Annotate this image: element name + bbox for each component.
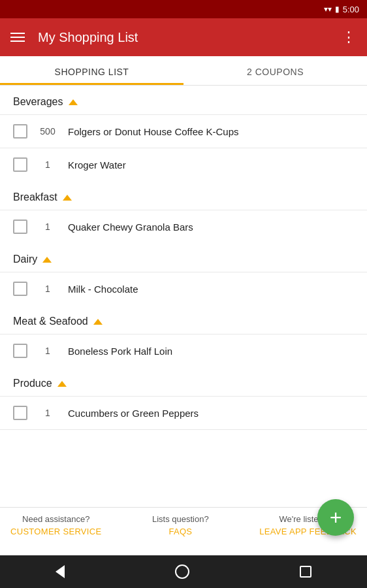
back-button[interactable] (56, 565, 65, 578)
list-item: 1 Quaker Chewy Granola Bars (0, 210, 367, 243)
collapse-breakfast-icon[interactable] (63, 195, 72, 201)
item-checkbox[interactable] (13, 124, 27, 139)
hamburger-menu-button[interactable] (10, 33, 25, 42)
tab-indicator (0, 83, 184, 85)
app-bar: My Shopping List ⋮ (0, 18, 367, 56)
tab-coupons[interactable]: 2 COUPONS (184, 56, 367, 85)
collapse-meat-seafood-icon[interactable] (93, 319, 103, 325)
more-options-button[interactable]: ⋮ (342, 29, 357, 46)
category-dairy: Dairy (0, 243, 367, 272)
recents-square-icon (300, 566, 311, 578)
item-qty: 1 (38, 221, 57, 232)
item-checkbox[interactable] (13, 344, 27, 358)
item-checkbox[interactable] (13, 220, 27, 234)
category-label-beverages: Beverages (13, 96, 63, 108)
list-item: 1 Boneless Pork Half Loin (0, 334, 367, 367)
collapse-dairy-icon[interactable] (42, 257, 52, 263)
collapse-produce-icon[interactable] (57, 381, 67, 387)
category-breakfast: Breakfast (0, 181, 367, 210)
footer-question-2: Lists question? (152, 514, 209, 524)
item-name: Quaker Chewy Granola Bars (68, 221, 354, 233)
footer-question-1: Need assistance? (22, 514, 89, 524)
home-circle-icon (175, 564, 189, 579)
wifi-icon: ▾▾ (324, 5, 332, 14)
item-name: Cucumbers or Green Peppers (68, 408, 354, 419)
list-item: 1 Cucumbers or Green Peppers (0, 396, 367, 430)
item-name: Boneless Pork Half Loin (68, 346, 354, 357)
category-beverages: Beverages (0, 86, 367, 114)
fab-plus-icon: + (330, 507, 342, 528)
list-item: 1 Milk - Chocolate (0, 272, 367, 305)
item-qty: 500 (38, 126, 57, 137)
customer-service-link[interactable]: CUSTOMER SERVICE (10, 527, 101, 536)
item-qty: 1 (38, 408, 57, 418)
footer-customer-service-col: Need assistance? CUSTOMER SERVICE (10, 514, 101, 536)
item-qty: 1 (38, 159, 57, 170)
status-time: 5:00 (343, 5, 359, 14)
app-title: My Shopping List (38, 30, 138, 45)
back-arrow-icon (56, 565, 65, 578)
category-label-meat-seafood: Meat & Seafood (13, 316, 88, 327)
item-name: Folgers or Donut House Coffee K-Cups (68, 126, 354, 137)
category-label-dairy: Dairy (13, 253, 37, 265)
tabs-bar: SHOPPING LIST 2 COUPONS (0, 56, 367, 86)
faqs-link[interactable]: FAQS (168, 527, 192, 536)
bottom-nav (0, 555, 367, 588)
category-label-breakfast: Breakfast (13, 191, 57, 203)
item-checkbox[interactable] (13, 157, 27, 172)
status-icons: ▾▾ ▮ 5:00 (324, 5, 359, 14)
tab-shopping-list[interactable]: SHOPPING LIST (0, 56, 184, 85)
footer-assistance: Need assistance? CUSTOMER SERVICE Lists … (0, 507, 367, 553)
app-bar-left: My Shopping List (10, 30, 138, 45)
battery-icon: ▮ (335, 5, 340, 14)
collapse-beverages-icon[interactable] (69, 99, 78, 105)
home-button[interactable] (175, 564, 189, 579)
category-meat-seafood: Meat & Seafood (0, 305, 367, 334)
recents-button[interactable] (300, 566, 311, 578)
item-qty: 1 (38, 284, 57, 294)
item-qty: 1 (38, 346, 57, 356)
item-checkbox[interactable] (13, 406, 27, 420)
shopping-list: Beverages 500 Folgers or Donut House Cof… (0, 86, 367, 507)
footer-faqs-col: Lists question? FAQS (152, 514, 209, 536)
list-item: 500 Folgers or Donut House Coffee K-Cups (0, 114, 367, 148)
item-name: Kroger Water (68, 159, 354, 171)
category-label-produce: Produce (13, 378, 52, 389)
add-item-fab[interactable]: + (317, 499, 354, 536)
category-produce: Produce (0, 367, 367, 396)
item-checkbox[interactable] (13, 282, 27, 296)
status-bar: ▾▾ ▮ 5:00 (0, 0, 367, 18)
item-name: Milk - Chocolate (68, 284, 354, 295)
list-item: 1 Kroger Water (0, 148, 367, 181)
